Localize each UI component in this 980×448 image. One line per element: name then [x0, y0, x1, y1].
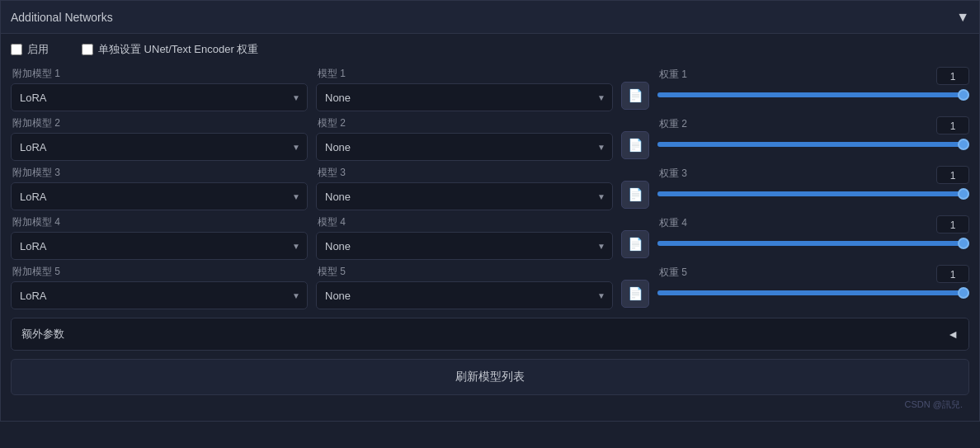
file-button-1[interactable]: 📄 — [621, 82, 649, 110]
model-select-wrapper-2: None ▼ — [316, 133, 613, 161]
separate-label: 单独设置 UNet/Text Encoder 权重 — [98, 42, 258, 57]
top-controls: 启用 单独设置 UNet/Text Encoder 权重 — [11, 42, 969, 57]
addon-col-3: 附加模型 3 LoRA LyCORIS/LoCon Hypernetwork ▼ — [11, 166, 308, 210]
weight-slider-fill-4 — [657, 241, 969, 246]
file-button-2[interactable]: 📄 — [621, 131, 649, 159]
model-select-wrapper-4: None ▼ — [316, 232, 613, 260]
enable-checkbox[interactable] — [11, 44, 22, 55]
enable-label: 启用 — [27, 42, 49, 57]
model-select-4[interactable]: None — [317, 233, 612, 259]
addon-label-2: 附加模型 2 — [11, 116, 308, 130]
collapse-icon[interactable]: ▼ — [956, 10, 969, 25]
weight-slider-thumb-3 — [958, 188, 969, 200]
weight-slider-fill-3 — [657, 191, 969, 196]
weight-slider-track-3[interactable] — [657, 191, 969, 196]
network-row-3: 附加模型 3 LoRA LyCORIS/LoCon Hypernetwork ▼… — [11, 166, 969, 210]
weight-top-2: 权重 2 1 — [657, 116, 969, 134]
addon-select-wrapper-4: LoRA LyCORIS/LoCon Hypernetwork ▼ — [11, 232, 308, 260]
weight-top-3: 权重 3 1 — [657, 166, 969, 184]
addon-select-4[interactable]: LoRA LyCORIS/LoCon Hypernetwork — [12, 233, 307, 259]
weight-value-box-5[interactable]: 1 — [936, 265, 969, 283]
model-select-2[interactable]: None — [317, 134, 612, 160]
weight-slider-fill-2 — [657, 142, 969, 147]
model-select-wrapper-1: None ▼ — [316, 83, 613, 111]
watermark: CSDN @訊兒. — [11, 395, 969, 413]
weight-col-2: 权重 2 1 — [657, 116, 969, 147]
weight-label-text-2: 权重 2 — [657, 117, 687, 131]
network-row-2: 附加模型 2 LoRA LyCORIS/LoCon Hypernetwork ▼… — [11, 116, 969, 161]
file-button-3[interactable]: 📄 — [621, 181, 649, 209]
weight-top-5: 权重 5 1 — [657, 265, 969, 283]
network-row-4: 附加模型 4 LoRA LyCORIS/LoCon Hypernetwork ▼… — [11, 215, 969, 260]
file-icon-col-2: 📄 — [621, 116, 649, 159]
addon-col-5: 附加模型 5 LoRA LyCORIS/LoCon Hypernetwork ▼ — [11, 265, 308, 309]
enable-checkbox-label[interactable]: 启用 — [11, 42, 49, 57]
separate-checkbox[interactable] — [82, 44, 93, 55]
weight-slider-thumb-2 — [958, 139, 969, 150]
weight-value-box-2[interactable]: 1 — [936, 116, 969, 134]
network-row-5: 附加模型 5 LoRA LyCORIS/LoCon Hypernetwork ▼… — [11, 265, 969, 309]
addon-select-wrapper-5: LoRA LyCORIS/LoCon Hypernetwork ▼ — [11, 281, 308, 309]
panel-body: 启用 单独设置 UNet/Text Encoder 权重 附加模型 1 LoRA… — [1, 34, 979, 421]
addon-select-3[interactable]: LoRA LyCORIS/LoCon Hypernetwork — [12, 183, 307, 210]
file-icon-col-3: 📄 — [621, 166, 649, 209]
model-col-2: 模型 2 None ▼ — [316, 116, 613, 161]
addon-label-1: 附加模型 1 — [11, 67, 308, 81]
model-col-1: 模型 1 None ▼ — [316, 67, 613, 111]
extra-params-section[interactable]: 额外参数 ◄ — [11, 318, 969, 351]
model-label-3: 模型 3 — [316, 166, 613, 180]
addon-select-2[interactable]: LoRA LyCORIS/LoCon Hypernetwork — [12, 134, 307, 160]
file-button-5[interactable]: 📄 — [621, 280, 649, 308]
weight-value-box-4[interactable]: 1 — [936, 215, 969, 233]
weight-slider-track-1[interactable] — [657, 92, 969, 97]
weight-slider-thumb-4 — [958, 238, 969, 249]
panel-header[interactable]: Additional Networks ▼ — [1, 1, 979, 34]
model-select-3[interactable]: None — [317, 183, 612, 210]
addon-label-5: 附加模型 5 — [11, 265, 308, 279]
addon-label-4: 附加模型 4 — [11, 215, 308, 229]
weight-label-text-5: 权重 5 — [657, 266, 687, 280]
weight-col-3: 权重 3 1 — [657, 166, 969, 196]
weight-label-text-4: 权重 4 — [657, 216, 687, 230]
extra-params-label: 额外参数 — [21, 327, 64, 342]
weight-slider-fill-1 — [657, 92, 969, 97]
weight-value-box-3[interactable]: 1 — [936, 166, 969, 184]
network-rows: 附加模型 1 LoRA LyCORIS/LoCon Hypernetwork ▼… — [11, 67, 969, 309]
weight-top-1: 权重 1 1 — [657, 67, 969, 85]
weight-inner-2: 权重 2 1 — [657, 116, 969, 147]
addon-select-wrapper-2: LoRA LyCORIS/LoCon Hypernetwork ▼ — [11, 133, 308, 161]
weight-slider-fill-5 — [657, 290, 969, 295]
weight-value-box-1[interactable]: 1 — [936, 67, 969, 85]
file-icon-col-5: 📄 — [621, 265, 649, 308]
panel-title: Additional Networks — [11, 11, 113, 24]
weight-col-5: 权重 5 1 — [657, 265, 969, 295]
additional-networks-panel: Additional Networks ▼ 启用 单独设置 UNet/Text … — [0, 0, 980, 422]
weight-top-4: 权重 4 1 — [657, 215, 969, 233]
model-select-1[interactable]: None — [317, 84, 612, 111]
extra-params-icon: ◄ — [947, 328, 959, 341]
refresh-label: 刷新模型列表 — [455, 370, 525, 384]
model-label-5: 模型 5 — [316, 265, 613, 279]
weight-slider-track-5[interactable] — [657, 290, 969, 295]
model-col-3: 模型 3 None ▼ — [316, 166, 613, 210]
weight-label-text-1: 权重 1 — [657, 68, 687, 82]
addon-col-4: 附加模型 4 LoRA LyCORIS/LoCon Hypernetwork ▼ — [11, 215, 308, 260]
weight-slider-track-4[interactable] — [657, 241, 969, 246]
addon-select-5[interactable]: LoRA LyCORIS/LoCon Hypernetwork — [12, 282, 307, 309]
weight-inner-3: 权重 3 1 — [657, 166, 969, 196]
model-select-5[interactable]: None — [317, 282, 612, 309]
weight-slider-thumb-5 — [958, 287, 969, 299]
addon-select-1[interactable]: LoRA LyCORIS/LoCon Hypernetwork — [12, 84, 307, 111]
addon-col-1: 附加模型 1 LoRA LyCORIS/LoCon Hypernetwork ▼ — [11, 67, 308, 111]
refresh-button[interactable]: 刷新模型列表 — [11, 359, 969, 395]
model-select-wrapper-3: None ▼ — [316, 182, 613, 210]
weight-inner-5: 权重 5 1 — [657, 265, 969, 295]
weight-col-4: 权重 4 1 — [657, 215, 969, 246]
weight-slider-track-2[interactable] — [657, 142, 969, 147]
file-button-4[interactable]: 📄 — [621, 230, 649, 258]
model-label-4: 模型 4 — [316, 215, 613, 229]
weight-slider-thumb-1 — [958, 89, 969, 101]
weight-col-1: 权重 1 1 — [657, 67, 969, 97]
weight-label-text-3: 权重 3 — [657, 167, 687, 181]
separate-checkbox-label[interactable]: 单独设置 UNet/Text Encoder 权重 — [82, 42, 258, 57]
